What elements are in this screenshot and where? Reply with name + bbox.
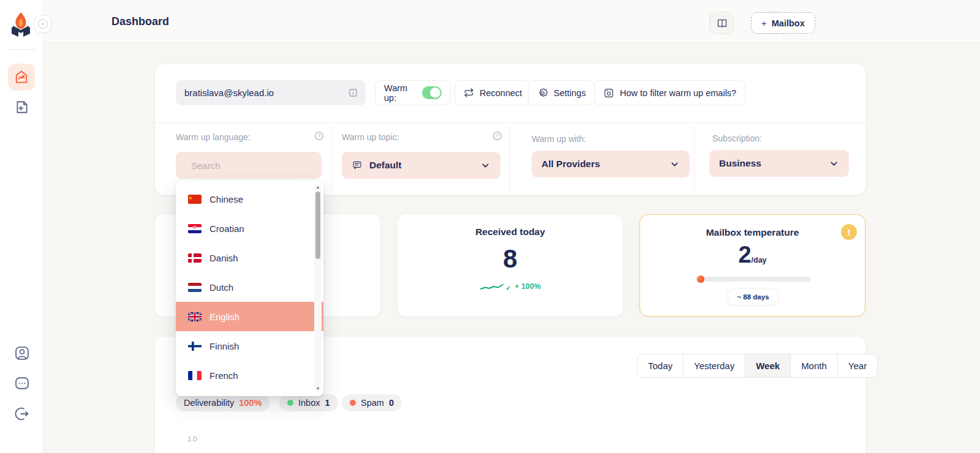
chevron-down-icon xyxy=(480,160,491,171)
language-option-french[interactable]: French xyxy=(176,361,323,390)
plus-icon: + xyxy=(761,18,767,28)
spam-dot-icon xyxy=(350,400,356,406)
provider-select[interactable]: All Providers xyxy=(532,151,690,178)
language-search-input[interactable] xyxy=(191,160,313,171)
page-title: Dashboard xyxy=(111,15,169,28)
reconnect-icon xyxy=(464,88,474,98)
reconnect-button[interactable]: Reconnect xyxy=(454,80,531,105)
subscription-label: Subscription: xyxy=(712,133,762,143)
flag-netherlands-icon xyxy=(188,283,202,292)
language-option-dutch[interactable]: Dutch xyxy=(176,272,323,302)
topic-value: Default xyxy=(369,160,402,171)
mailbox-temperature-title: Mailbox temperature xyxy=(640,227,865,238)
email-field[interactable] xyxy=(176,80,366,105)
tab-today[interactable]: Today xyxy=(638,354,683,377)
sidebar-item-profile[interactable] xyxy=(0,345,43,362)
video-tutorial-icon xyxy=(603,88,614,99)
language-option-english[interactable]: English xyxy=(176,302,323,331)
add-mailbox-label: Mailbox xyxy=(772,18,805,28)
app-page: › xyxy=(0,0,980,453)
warning-icon[interactable]: ! xyxy=(841,224,857,240)
docs-button[interactable] xyxy=(710,12,734,34)
trend-sparkline-icon xyxy=(480,282,511,291)
add-mailbox-button[interactable]: + Mailbox xyxy=(751,12,815,34)
settings-button[interactable]: Settings xyxy=(528,80,595,105)
topic-help-icon[interactable]: ? xyxy=(492,131,502,141)
received-today-card: Received today 8 + 100% xyxy=(398,214,623,316)
book-icon xyxy=(716,17,728,29)
language-help-icon[interactable]: ? xyxy=(314,131,324,141)
deliverability-badge[interactable]: Deliverability 100% xyxy=(176,394,270,411)
sidebar-item-dashboard[interactable] xyxy=(8,64,35,91)
topic-select[interactable]: Default xyxy=(342,152,500,179)
inbox-badge[interactable]: Inbox 1 xyxy=(279,394,338,411)
subscription-select[interactable]: Business xyxy=(709,150,849,177)
warm-up-with-label: Warm up with: xyxy=(532,134,586,144)
language-option-label: English xyxy=(209,312,239,322)
home-trend-icon xyxy=(13,69,29,85)
language-option-label: Finnish xyxy=(209,341,239,351)
scroll-down-icon[interactable]: ▼ xyxy=(314,386,322,391)
flag-china-icon xyxy=(188,195,202,204)
deliverability-label: Deliverability xyxy=(184,398,234,408)
tab-year[interactable]: Year xyxy=(837,354,877,377)
deliverability-value: 100% xyxy=(239,398,262,408)
spam-value: 0 xyxy=(389,398,394,408)
temperature-value: 2 xyxy=(738,243,751,266)
inbox-dot-icon xyxy=(287,400,293,406)
language-option-chinese[interactable]: Chinese xyxy=(176,184,323,214)
language-option-finnish[interactable]: Finnish xyxy=(176,331,323,361)
info-icon[interactable] xyxy=(348,88,358,98)
tab-week[interactable]: Week xyxy=(745,354,790,377)
received-change-badge: + 100% xyxy=(514,282,541,291)
subscription-value: Business xyxy=(719,158,761,169)
period-tabs: Today Yesterday Week Month Year xyxy=(637,354,878,378)
chevron-down-icon xyxy=(829,159,839,169)
flag-denmark-icon xyxy=(188,253,202,263)
provider-value: All Providers xyxy=(541,159,600,170)
received-today-title: Received today xyxy=(398,226,623,238)
tab-yesterday[interactable]: Yesterday xyxy=(683,354,745,377)
sidebar-item-chat[interactable] xyxy=(0,375,43,392)
tab-month[interactable]: Month xyxy=(790,354,837,377)
settings-label: Settings xyxy=(554,88,586,98)
sidebar-collapse-button[interactable]: › xyxy=(34,15,51,32)
spam-badge[interactable]: Spam 0 xyxy=(342,394,402,411)
sidebar-item-reports[interactable] xyxy=(12,97,32,118)
language-option-danish[interactable]: Danish xyxy=(176,243,323,272)
received-today-value: 8 xyxy=(398,246,623,272)
user-square-icon xyxy=(13,345,31,362)
language-select[interactable] xyxy=(176,152,322,179)
spam-label: Spam xyxy=(361,398,384,408)
mailbox-settings-card: Warm up: Reconnect Settings xyxy=(155,64,865,195)
sidebar: › xyxy=(0,0,43,453)
flag-croatia-icon xyxy=(188,224,202,233)
how-to-filter-button[interactable]: How to filter warm up emails? xyxy=(594,80,745,105)
warm-up-toggle[interactable] xyxy=(422,86,442,99)
chat-dots-icon xyxy=(13,375,31,392)
warm-up-topic-label: Warm up topic: xyxy=(342,132,399,142)
gear-icon xyxy=(537,88,548,99)
skylead-flame-logo xyxy=(8,10,34,39)
filter-divider-1 xyxy=(332,125,333,192)
file-plus-icon xyxy=(13,99,31,116)
scroll-up-icon[interactable]: ▲ xyxy=(314,185,322,189)
filter-divider-3 xyxy=(694,125,695,192)
language-dropdown: Chinese Croatian Danish Dutch English xyxy=(176,181,323,396)
language-option-croatian[interactable]: Croatian xyxy=(176,214,323,243)
warm-up-language-label: Warm up language: xyxy=(176,132,251,142)
dropdown-scrollbar[interactable]: ▲ ▼ xyxy=(314,184,322,391)
language-option-label: Chinese xyxy=(209,194,243,204)
temperature-progress-dot xyxy=(697,275,704,283)
email-input[interactable] xyxy=(184,88,348,98)
svg-text:?: ? xyxy=(318,133,321,139)
scrollbar-thumb[interactable] xyxy=(315,192,320,259)
svg-text:?: ? xyxy=(496,133,499,139)
how-to-filter-label: How to filter warm up emails? xyxy=(620,88,736,98)
flag-france-icon xyxy=(188,371,202,380)
sidebar-divider xyxy=(8,49,35,50)
inbox-value: 1 xyxy=(325,398,330,408)
logout-icon xyxy=(13,405,31,422)
sidebar-item-logout[interactable] xyxy=(0,405,43,422)
top-header xyxy=(43,0,980,43)
